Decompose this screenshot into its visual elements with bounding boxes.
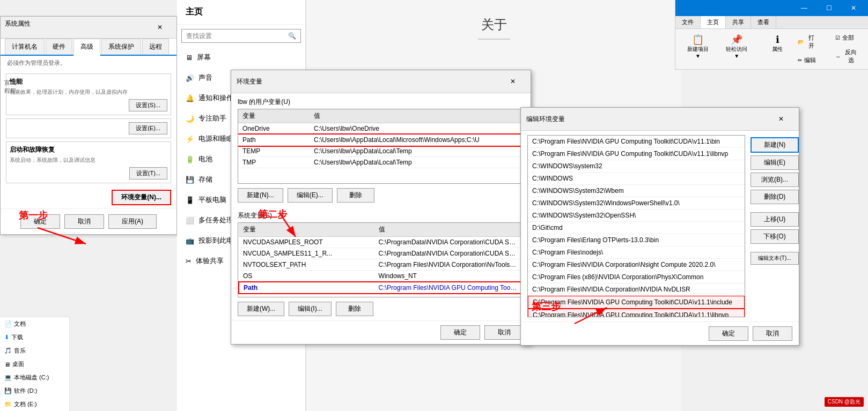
var-name: NVTOOLSEXT_PATH <box>239 259 374 271</box>
explorer-minimize[interactable]: — <box>792 0 816 16</box>
list-item[interactable]: C:\Program Files\NVIDIA Corporation\Nsig… <box>528 259 745 271</box>
tab-sys-protect[interactable]: 系统保护 <box>101 39 141 55</box>
ribbon-content: 📋 新建项目 ▼ 📌 轻松访问 ▼ ℹ 属性 📂 打开 ✏ 编辑 ☑ <box>675 29 868 69</box>
settings-e-btn[interactable]: 设置(E)... <box>129 122 167 134</box>
tab-computer-name[interactable]: 计算机名 <box>5 39 45 55</box>
user-edit-btn[interactable]: 编辑(E)... <box>288 188 333 203</box>
list-item[interactable]: C:\WINDOWS\System32\WindowsPowerShell\v1… <box>528 197 745 210</box>
table-row-path[interactable]: Path C:\Users\lbw\AppData\Local\Microsof… <box>238 134 524 146</box>
sys-delete-btn[interactable]: 删除 <box>336 302 373 316</box>
ribbon-open-btn[interactable]: 📂 打开 <box>793 31 821 53</box>
sys-dialog-titlebar: 系统属性 ✕ <box>1 17 176 39</box>
user-vars-col1: 变量 <box>238 109 310 123</box>
table-row[interactable]: TMP C:\Users\lbw\AppData\Local\Temp <box>238 157 524 168</box>
edit-text-btn[interactable]: 编辑文本(T)... <box>751 252 799 265</box>
edit-up-btn[interactable]: 上移(U) <box>751 212 799 227</box>
ribbon-tab-home[interactable]: 主页 <box>701 16 726 28</box>
edit-env-close[interactable]: ✕ <box>769 111 793 127</box>
file-panel: 📄 文档 ⬇ 下载 🎵 音乐 🖥 桌面 💻 本地磁盘 (C:) 💾 软件 (D:… <box>0 317 70 411</box>
file-item-c-drive[interactable]: 💻 本地磁盘 (C:) <box>0 371 69 384</box>
settings-item-screen[interactable]: 🖥 屏幕 <box>177 47 305 68</box>
edit-env-cancel-btn[interactable]: 取消 <box>753 326 792 341</box>
edit-env-ok-btn[interactable]: 确定 <box>709 326 748 341</box>
ribbon-edit-btn[interactable]: ✏ 编辑 <box>793 54 821 67</box>
var-value: Windows_NT <box>374 271 523 282</box>
list-item[interactable]: C:\Program Files\NVIDIA GPU Computing To… <box>528 148 745 160</box>
table-row[interactable]: OneDrive C:\Users\lbw\OneDrive <box>238 123 524 134</box>
ribbon-easy-access-btn[interactable]: 📌 轻松访问 ▼ <box>718 31 755 62</box>
user-new-btn[interactable]: 新建(N)... <box>238 188 283 203</box>
explorer-maximize[interactable]: ☐ <box>816 0 841 16</box>
ribbon-tab-view[interactable]: 查看 <box>751 16 776 28</box>
table-row[interactable]: NVTOOLSEXT_PATH C:\Program Files\NVIDIA … <box>239 259 523 271</box>
system-properties-dialog: 系统属性 ✕ 计算机名 硬件 高级 系统保护 远程 必须作为管理员登录。 性能 … <box>0 16 177 235</box>
ribbon-tab-file[interactable]: 文件 <box>675 16 701 28</box>
ribbon-reverse-btn[interactable]: ↔ 反向选 <box>830 46 864 67</box>
file-item-docs[interactable]: 📄 文档 <box>0 317 69 331</box>
list-item[interactable]: C:\Program Files\nodejs\ <box>528 246 745 259</box>
about-title: 关于 <box>306 0 681 39</box>
explorer-close[interactable]: ✕ <box>841 0 866 16</box>
table-row[interactable]: TEMP C:\Users\lbw\AppData\Local\Temp <box>238 146 524 157</box>
table-row-path-sys[interactable]: Path C:\Program Files\NVIDIA GPU Computi… <box>239 282 523 294</box>
tab-remote[interactable]: 远程 <box>142 39 169 55</box>
var-name: NVCUDA_SAMPLES11_1_R... <box>239 248 374 259</box>
step1-label: 第一步 <box>19 209 48 222</box>
file-item-downloads[interactable]: ⬇ 下载 <box>0 331 69 344</box>
user-delete-btn[interactable]: 删除 <box>337 188 374 203</box>
env-cancel-btn[interactable]: 取消 <box>484 325 524 340</box>
new-item-icon: 📋 <box>692 34 704 46</box>
list-item[interactable]: C:\Program Files\NVIDIA Corporation\NVID… <box>528 283 745 296</box>
sys-dialog-close[interactable]: ✕ <box>148 19 172 35</box>
list-item[interactable]: C:\WINDOWS <box>528 173 745 185</box>
table-row[interactable]: NVCUDA_SAMPLES11_1_R... C:\ProgramData\N… <box>239 248 523 259</box>
startup-settings-btn[interactable]: 设置(T)... <box>129 167 167 180</box>
sys-edit-btn[interactable]: 编辑(I)... <box>289 302 331 316</box>
ribbon-tab-share[interactable]: 共享 <box>726 16 751 28</box>
file-item-music[interactable]: 🎵 音乐 <box>0 344 69 357</box>
sys-new-btn[interactable]: 新建(W)... <box>238 302 284 316</box>
list-item[interactable]: C:\Program Files (x86)\NVIDIA Corporatio… <box>528 271 745 283</box>
ribbon-all-btn[interactable]: ☑ 全部 <box>830 31 864 44</box>
edit-env-side-buttons: 新建(N) 编辑(E) 浏览(B)... 删除(D) 上移(U) 下移(O) 编… <box>751 135 799 267</box>
search-box[interactable]: 🔍 <box>181 29 301 43</box>
list-item[interactable]: D:\Git\cmd <box>528 222 745 234</box>
env-vars-btn[interactable]: 环境变量(N)... <box>112 190 171 205</box>
sys-vars-buttons: 新建(W)... 编辑(I)... 删除 <box>231 297 531 320</box>
env-dialog-close[interactable]: ✕ <box>501 73 525 89</box>
user-vars-title: lbw 的用户变量(U) <box>231 93 531 109</box>
ribbon-properties-btn[interactable]: ℹ 属性 <box>764 31 791 56</box>
properties-icon: ℹ <box>776 34 779 46</box>
search-input[interactable] <box>182 29 284 42</box>
user-vars-table-container[interactable]: 变量 值 OneDrive C:\Users\lbw\OneDrive Path… <box>238 109 524 184</box>
desktop-icon: 🖥 <box>4 361 10 368</box>
var-name: Path <box>239 282 374 294</box>
table-row[interactable]: OS Windows_NT <box>239 271 523 282</box>
list-item[interactable]: C:\Program Files\NVIDIA GPU Computing To… <box>528 136 745 148</box>
perf-settings-btn[interactable]: 设置(S)... <box>129 99 167 111</box>
list-item[interactable]: C:\WINDOWS\system32 <box>528 160 745 173</box>
edit-env-titlebar: 编辑环境变量 ✕ <box>521 108 799 131</box>
env-ok-btn[interactable]: 确定 <box>440 325 480 340</box>
file-item-desktop[interactable]: 🖥 桌面 <box>0 357 69 371</box>
env-path-list-container[interactable]: C:\Program Files\NVIDIA GPU Computing To… <box>527 135 745 317</box>
file-item-d-drive[interactable]: 💾 软件 (D:) <box>0 384 69 398</box>
table-row[interactable]: PATHEXT .COM;.EXE;.BAT;.CMD;.VBS;.VBE;.J… <box>239 294 523 297</box>
list-item[interactable]: C:\WINDOWS\System32\Wbem <box>528 185 745 197</box>
sys-apply-btn[interactable]: 应用(A) <box>108 214 157 229</box>
tab-advanced[interactable]: 高级 <box>73 39 100 56</box>
var-value: C:\Program Files\NVIDIA Corporation\NvTo… <box>374 259 523 271</box>
list-item[interactable]: C:\Program Files\Erlang OTP\erts-13.0.3\… <box>528 234 745 246</box>
file-item-e-drive[interactable]: 📁 文档 (E:) <box>0 398 69 411</box>
edit-edit-btn[interactable]: 编辑(E) <box>751 155 799 170</box>
edit-delete-btn[interactable]: 删除(D) <box>751 190 799 204</box>
edit-down-btn[interactable]: 下移(O) <box>751 229 799 244</box>
ribbon-new-item-btn[interactable]: 📋 新建项目 ▼ <box>680 31 716 62</box>
var-name: OS <box>239 271 374 282</box>
list-item[interactable]: C:\WINDOWS\System32\OpenSSH\ <box>528 210 745 222</box>
easy-access-icon: 📌 <box>731 34 742 46</box>
tab-hardware[interactable]: 硬件 <box>46 39 72 55</box>
edit-new-btn[interactable]: 新建(N) <box>751 137 799 153</box>
edit-browse-btn[interactable]: 浏览(B)... <box>751 173 799 187</box>
brand-text: 宣城 程程... <box>4 79 69 95</box>
